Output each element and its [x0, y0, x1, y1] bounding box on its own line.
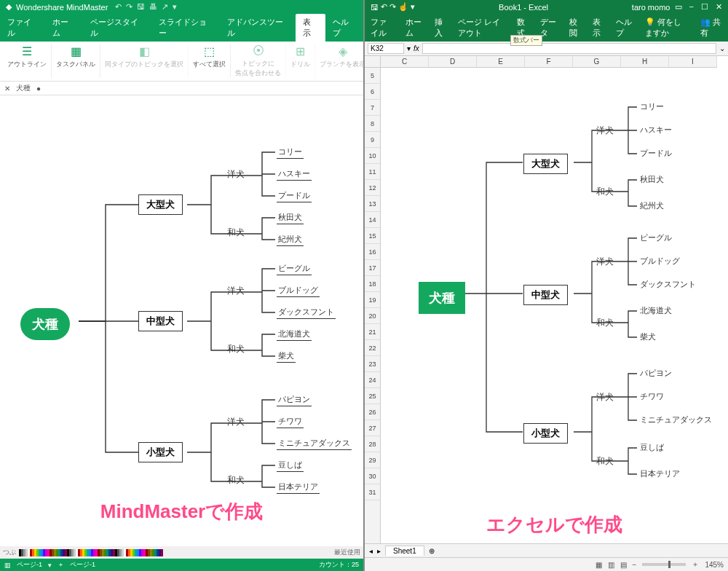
row-header[interactable]: 28: [365, 436, 380, 452]
xl-menu-item[interactable]: ヘルプ: [610, 14, 639, 42]
leaf[interactable]: ダックスフント: [277, 307, 336, 319]
root-node[interactable]: 犬種: [20, 308, 70, 340]
export-icon[interactable]: ↗: [162, 2, 168, 12]
dropdown-icon[interactable]: ▾: [173, 2, 177, 12]
new-sheet-icon[interactable]: ⊕: [429, 547, 435, 555]
mm-canvas[interactable]: 犬種 大型犬 中型犬 小型犬 洋犬 和犬 洋犬 和犬 洋犬 和犬 コリー ハスキ…: [0, 95, 363, 546]
leaf[interactable]: チワワ: [638, 391, 665, 403]
col-header[interactable]: G: [573, 56, 621, 67]
xl-menu-item[interactable]: ファイル: [365, 14, 400, 42]
user-name[interactable]: taro momo: [632, 3, 670, 12]
xl-menu-item[interactable]: 校閲: [563, 14, 587, 42]
xl-menu-item[interactable]: ホーム: [400, 14, 429, 42]
zoom-in-icon[interactable]: ＋: [692, 559, 699, 570]
tell-me[interactable]: 💡 何をしますか: [639, 14, 695, 42]
mm-menu-item[interactable]: ヘルプ: [325, 14, 363, 42]
row-header[interactable]: 11: [365, 164, 380, 180]
col-header[interactable]: E: [477, 56, 525, 67]
select-all-corner[interactable]: [365, 56, 381, 68]
node-origin[interactable]: 洋犬: [227, 416, 245, 428]
ribbon-options-icon[interactable]: ▭: [675, 2, 682, 12]
nav-first-icon[interactable]: ◂: [369, 547, 373, 555]
leaf[interactable]: コリー: [638, 101, 665, 113]
col-header[interactable]: D: [429, 56, 477, 67]
expand-formula-icon[interactable]: ⌄: [719, 44, 725, 52]
node-origin[interactable]: 洋犬: [596, 391, 614, 403]
pager-dropdown[interactable]: ページ-1: [17, 560, 42, 570]
row-header[interactable]: 20: [365, 308, 380, 324]
cells-area[interactable]: 犬種 大型犬 中型犬 小型犬 洋犬 和犬 洋犬 和犬 洋犬 和犬 コリー ハスキ…: [381, 68, 728, 543]
leaf[interactable]: ビーグル: [277, 263, 312, 275]
row-header[interactable]: 9: [365, 132, 380, 148]
node-origin[interactable]: 洋犬: [227, 168, 245, 181]
mm-menu-item[interactable]: 表示: [296, 14, 325, 42]
nav-prev-icon[interactable]: ▸: [377, 547, 381, 555]
row-header[interactable]: 29: [365, 452, 380, 468]
redo-icon[interactable]: ↷: [389, 2, 396, 12]
undo-icon[interactable]: ↶: [381, 2, 387, 12]
leaf[interactable]: 北海道犬: [277, 328, 312, 341]
mm-menu-item[interactable]: アドバンスツール: [220, 14, 296, 42]
row-header[interactable]: 16: [365, 244, 380, 260]
row-header[interactable]: 27: [365, 420, 380, 436]
root-node[interactable]: 犬種: [419, 282, 465, 314]
row-header[interactable]: 21: [365, 324, 380, 340]
node-origin[interactable]: 洋犬: [596, 125, 614, 137]
node-mid[interactable]: 中型犬: [138, 311, 183, 331]
node-origin[interactable]: 和犬: [596, 186, 614, 198]
ribbon-アウトライン[interactable]: ☰アウトライン: [3, 44, 52, 78]
leaf[interactable]: プードル: [638, 148, 673, 160]
xl-menu-item[interactable]: 挿入: [429, 14, 452, 42]
node-origin[interactable]: 和犬: [596, 455, 614, 468]
leaf[interactable]: 日本テリア: [277, 481, 320, 494]
row-header[interactable]: 15: [365, 228, 380, 244]
row-header[interactable]: 17: [365, 260, 380, 276]
node-origin[interactable]: 和犬: [227, 227, 245, 239]
zoom-out-icon[interactable]: −: [633, 561, 637, 569]
zoom-slider[interactable]: [642, 563, 686, 566]
leaf[interactable]: コリー: [277, 146, 304, 159]
maximize-icon[interactable]: ☐: [701, 2, 708, 12]
leaf[interactable]: 柴犬: [638, 331, 657, 343]
column-headers[interactable]: CDEFGHI: [381, 56, 717, 68]
fx-icon[interactable]: fx: [414, 44, 419, 52]
leaf[interactable]: 北海道犬: [638, 305, 673, 317]
leaf[interactable]: ダックスフント: [638, 279, 697, 291]
leaf[interactable]: ミニチュアダックス: [277, 438, 352, 450]
leaf[interactable]: 紀州犬: [277, 234, 304, 246]
node-big[interactable]: 大型犬: [138, 194, 183, 215]
node-small[interactable]: 小型犬: [138, 442, 183, 462]
leaf[interactable]: ブルドッグ: [277, 285, 320, 297]
view-normal-icon[interactable]: ▦: [596, 561, 602, 569]
ribbon-すべて選択[interactable]: ⬚すべて選択: [189, 44, 231, 78]
row-header[interactable]: 8: [365, 116, 380, 132]
node-origin[interactable]: 洋犬: [596, 256, 614, 268]
save-icon[interactable]: 🖫: [371, 3, 379, 12]
col-header[interactable]: I: [669, 56, 717, 67]
node-origin[interactable]: 和犬: [227, 343, 245, 355]
leaf[interactable]: ビーグル: [638, 232, 673, 244]
leaf[interactable]: ハスキー: [638, 125, 673, 136]
leaf[interactable]: 豆しば: [277, 460, 304, 472]
row-header[interactable]: 31: [365, 484, 380, 500]
leaf[interactable]: 日本テリア: [638, 468, 681, 480]
pager-current[interactable]: ページ-1: [70, 560, 95, 570]
row-header[interactable]: 14: [365, 212, 380, 228]
formula-input[interactable]: [422, 43, 716, 54]
row-header[interactable]: 30: [365, 468, 380, 484]
leaf[interactable]: 秋田犬: [277, 212, 304, 224]
mm-menu-item[interactable]: スライドショー: [151, 14, 220, 42]
row-header[interactable]: 7: [365, 100, 380, 116]
row-header[interactable]: 10: [365, 148, 380, 164]
sheet-tab[interactable]: Sheet1: [385, 546, 424, 556]
leaf[interactable]: パピヨン: [277, 394, 312, 406]
leaf[interactable]: ブルドッグ: [638, 256, 681, 267]
touch-icon[interactable]: ☝: [398, 2, 408, 12]
close-icon[interactable]: ✕: [716, 2, 722, 12]
tab-close-icon[interactable]: ✕: [4, 84, 10, 92]
leaf[interactable]: 紀州犬: [638, 200, 665, 212]
pager-add-icon[interactable]: ＋: [58, 560, 64, 570]
row-header[interactable]: 25: [365, 388, 380, 404]
row-header[interactable]: 6: [365, 84, 380, 100]
save-icon[interactable]: 🖫: [137, 2, 145, 12]
